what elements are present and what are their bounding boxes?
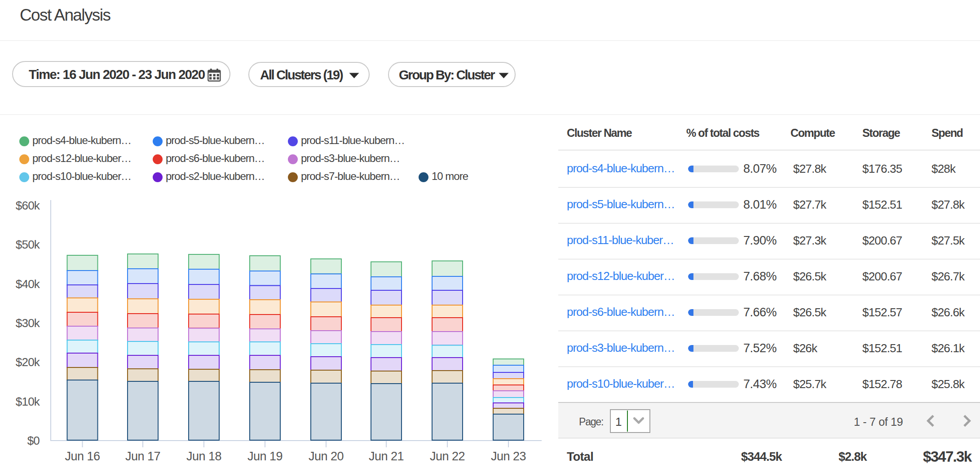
svg-text:$20k: $20k [16, 355, 40, 369]
svg-text:Jun 23: Jun 23 [491, 450, 526, 463]
svg-text:Jun 22: Jun 22 [430, 450, 465, 463]
svg-text:$10k: $10k [16, 395, 40, 408]
svg-text:Jun 19: Jun 19 [247, 450, 283, 463]
svg-text:Jun 17: Jun 17 [125, 450, 160, 463]
svg-text:Jun 16: Jun 16 [65, 450, 100, 463]
svg-text:$40k: $40k [16, 277, 40, 291]
svg-text:Jun 21: Jun 21 [369, 450, 404, 463]
svg-text:Jun 20: Jun 20 [309, 450, 344, 463]
svg-text:$30k: $30k [16, 316, 40, 330]
svg-text:$50k: $50k [16, 238, 40, 251]
svg-text:$60k: $60k [16, 199, 40, 212]
svg-text:Jun 18: Jun 18 [186, 450, 221, 463]
svg-text:$0: $0 [27, 434, 40, 447]
